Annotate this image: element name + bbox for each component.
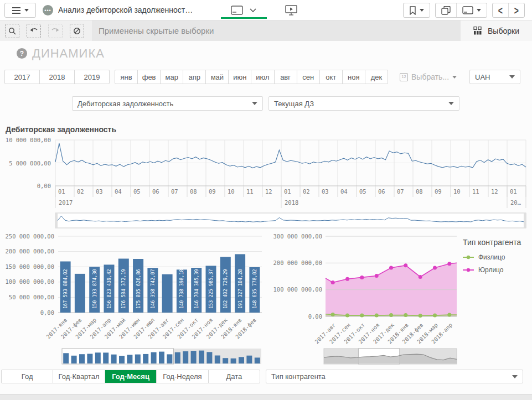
svg-text:11: 11 [246,188,254,195]
legend-item-fizlico[interactable]: Физлицо [463,253,529,261]
bar-chart-navigator[interactable] [62,349,261,364]
selections-tool-label: Выборки [488,27,519,35]
data-point[interactable] [389,266,393,270]
month-button-апр[interactable]: апр [183,70,206,84]
global-menu-button[interactable] [4,3,36,18]
data-point[interactable] [404,313,407,317]
bookmark-icon [409,6,416,15]
month-button-фев[interactable]: фев [138,70,161,84]
area-chart-navigator[interactable] [324,349,457,364]
bar-2017-фев[interactable] [75,274,85,313]
line-chart-plot: 10 000 000,005 000 000,000,0001020304050… [6,137,526,208]
presentation-mode-button[interactable] [283,4,299,17]
step-forward-button[interactable] [48,24,63,38]
tab-Год-Неделя[interactable]: Год-Неделя [157,370,208,383]
app-icon[interactable]: ••• [43,5,53,15]
currency-value: UAH [475,73,490,81]
month-button-сен[interactable]: сен [297,70,320,84]
svg-text:146 358 742,07: 146 358 742,07 [150,269,156,309]
series-marker-icon [463,255,474,259]
counterparty-area-chart[interactable]: 300 000 000,00200 000 000,00100 000 000,… [263,232,462,366]
data-point[interactable] [360,276,364,279]
month-button-мар[interactable]: мар [161,70,183,84]
bookmarks-button[interactable] [404,3,430,17]
calendar-icon: 12 [400,73,408,81]
data-point[interactable] [331,280,335,284]
period-tabs: ГодГод-КварталГод-МесяцГод-НеделяДата [1,370,260,383]
data-point[interactable] [433,266,437,270]
data-point[interactable] [433,314,437,318]
counterparty-dropdown[interactable]: Тип контрагента [266,370,523,383]
month-button-дек[interactable]: дек [365,70,388,84]
svg-text:0,00: 0,00 [40,309,54,316]
data-point[interactable] [360,314,364,318]
month-button-окт[interactable]: окт [320,70,343,84]
measure-dropdown-2[interactable]: Текущая ДЗ [268,96,459,111]
data-point[interactable] [447,262,451,266]
selections-tool-button[interactable]: Выборки [461,20,532,41]
prev-sheet-button[interactable]: < [493,3,509,17]
svg-text:153 225 985,37: 153 225 985,37 [208,269,214,309]
data-point[interactable] [419,314,422,318]
svg-text:20…: 20… [510,199,521,206]
sheet-list-button[interactable] [457,3,487,17]
data-point[interactable] [389,313,393,317]
data-point[interactable] [331,313,335,316]
receivables-line-chart[interactable]: 10 000 000,005 000 000,000,0001020304050… [4,136,527,230]
svg-text:0,00: 0,00 [308,313,322,320]
chevron-down-icon [477,9,481,12]
month-button-май[interactable]: май [206,70,229,84]
clear-selections-button[interactable] [70,24,84,38]
svg-text:146 704 385,39: 146 704 385,39 [194,269,199,309]
bar-2017-авг[interactable] [162,274,173,313]
svg-text:04: 04 [115,188,122,195]
tab-Год-Квартал[interactable]: Год-Квартал [53,370,105,383]
legend-item-yurlico[interactable]: Юрлицо [463,266,529,274]
help-icon[interactable]: ? [17,48,27,59]
measure-dropdown-1[interactable]: Дебиторская задолженность [72,96,263,111]
svg-text:182 402 729,29: 182 402 729,29 [223,269,228,309]
month-button-июл[interactable]: июл [251,70,274,84]
bookmark-group [403,3,430,18]
sheet-icon [462,6,473,14]
smart-search-button[interactable] [5,24,19,38]
svg-text:140 738 398,18: 140 738 398,18 [179,269,184,309]
data-point[interactable] [419,275,422,279]
svg-text:09: 09 [435,188,442,195]
next-sheet-button[interactable]: > [509,3,524,17]
data-point[interactable] [404,263,407,267]
presentation-play-icon [285,5,297,16]
duplicate-button[interactable] [436,3,457,17]
data-point[interactable] [375,274,379,278]
chevron-down-icon [250,8,256,13]
svg-text:05: 05 [133,188,141,195]
tab-Год[interactable]: Год [2,370,53,383]
date-picker[interactable]: 12 Выбрать... [400,70,457,84]
currency-dropdown[interactable]: UAH [469,70,520,84]
tab-Дата[interactable]: Дата [209,370,260,383]
sheet-selector[interactable] [224,3,264,17]
app-title[interactable]: Анализ дебиторской задолженност… [58,6,193,14]
data-point[interactable] [345,277,349,281]
line-chart-navigator[interactable] [55,213,526,228]
chevron-down-icon [420,9,424,12]
data-point[interactable] [375,314,379,318]
year-button-2017[interactable]: 2017 [5,70,40,84]
month-button-янв[interactable]: янв [115,70,138,84]
svg-text:03: 03 [96,188,103,195]
monthly-bar-chart[interactable]: 250 000 000,00200 000 000,00150 000 000,… [4,232,262,366]
svg-text:05: 05 [359,188,366,195]
data-point[interactable] [345,314,349,318]
month-button-июн[interactable]: июн [229,70,251,84]
year-button-2018[interactable]: 2018 [40,70,75,84]
clear-selections-icon [73,27,81,35]
data-point[interactable] [447,313,451,317]
year-button-2019[interactable]: 2019 [75,70,109,84]
month-button-авг[interactable]: авг [275,70,297,84]
tab-Год-Месяц[interactable]: Год-Месяц [105,370,157,383]
svg-text:150 000 000,00: 150 000 000,00 [5,263,54,270]
step-back-button[interactable] [27,24,41,38]
month-button-ноя[interactable]: ноя [343,70,365,84]
duplicate-sheets-icon [441,6,451,15]
step-forward-icon [51,28,59,34]
